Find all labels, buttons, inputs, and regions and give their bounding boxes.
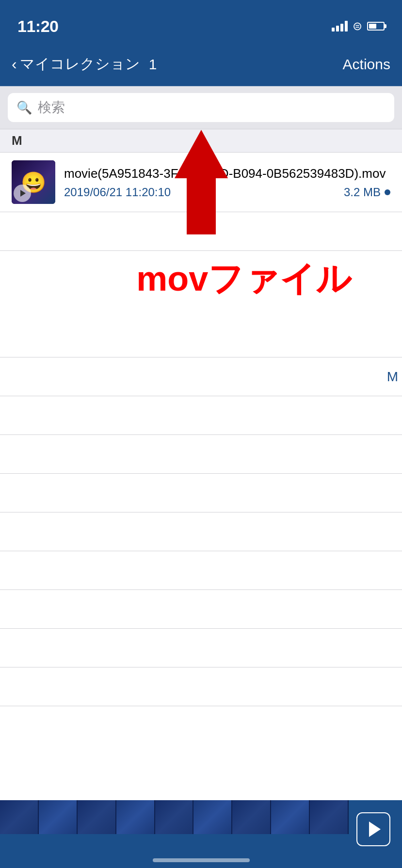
battery-icon <box>367 22 385 31</box>
empty-row-2: movファイル <box>0 251 402 357</box>
signal-icon <box>332 21 348 31</box>
empty-row-11 <box>0 667 402 706</box>
file-meta: 2019/06/21 11:20:10 3.2 MB <box>64 186 390 199</box>
actions-button[interactable]: Actions <box>343 56 390 73</box>
wifi-icon: ⊜ <box>353 19 362 33</box>
empty-row-1 <box>0 212 402 251</box>
bottom-toolbar <box>0 800 402 868</box>
empty-row-9 <box>0 590 402 629</box>
nav-back-label: マイコレクション <box>20 54 140 74</box>
search-placeholder: 検索 <box>38 98 65 117</box>
status-bar: 11:20 ⊜ <box>0 0 402 43</box>
section-letter: M <box>12 133 22 148</box>
status-icons: ⊜ <box>332 19 385 33</box>
search-bar-container: 🔍 検索 <box>0 86 402 129</box>
file-list-item[interactable]: 😀 movie(5A951843-3F4C-439D-B094-0B562539… <box>0 153 402 212</box>
empty-row-7 <box>0 512 402 551</box>
file-date: 2019/06/21 11:20:10 <box>64 186 171 199</box>
nav-count: 1 <box>149 56 157 73</box>
search-icon: 🔍 <box>16 100 32 115</box>
empty-row-6 <box>0 474 402 512</box>
file-name: movie(5A951843-3F4C-439D-B094-0B56253948… <box>64 165 390 182</box>
nav-left: ‹ マイコレクション 1 <box>12 54 157 74</box>
status-time: 11:20 <box>17 17 58 36</box>
empty-row-10 <box>0 629 402 667</box>
back-button[interactable]: ‹ マイコレクション <box>12 54 140 74</box>
chevron-left-icon: ‹ <box>12 56 17 72</box>
play-triangle-icon <box>20 190 26 197</box>
file-thumbnail: 😀 <box>12 160 55 204</box>
file-info: movie(5A951843-3F4C-439D-B094-0B56253948… <box>64 165 390 199</box>
play-button[interactable] <box>356 812 390 846</box>
file-dot <box>385 189 390 195</box>
right-m-letter: M <box>387 369 402 385</box>
search-bar[interactable]: 🔍 検索 <box>8 93 394 122</box>
file-size-wrap: 3.2 MB <box>344 186 390 199</box>
mov-label: movファイル <box>136 256 352 302</box>
nav-bar: ‹ マイコレクション 1 Actions <box>0 43 402 86</box>
empty-row-3: M <box>0 357 402 396</box>
section-header: M <box>0 129 402 153</box>
play-button-icon <box>369 822 381 837</box>
filmstrip <box>0 800 349 834</box>
empty-row-8 <box>0 551 402 590</box>
play-overlay <box>14 185 31 202</box>
home-indicator <box>153 858 250 862</box>
empty-row-5 <box>0 435 402 474</box>
file-size: 3.2 MB <box>344 186 381 199</box>
empty-row-4 <box>0 396 402 435</box>
